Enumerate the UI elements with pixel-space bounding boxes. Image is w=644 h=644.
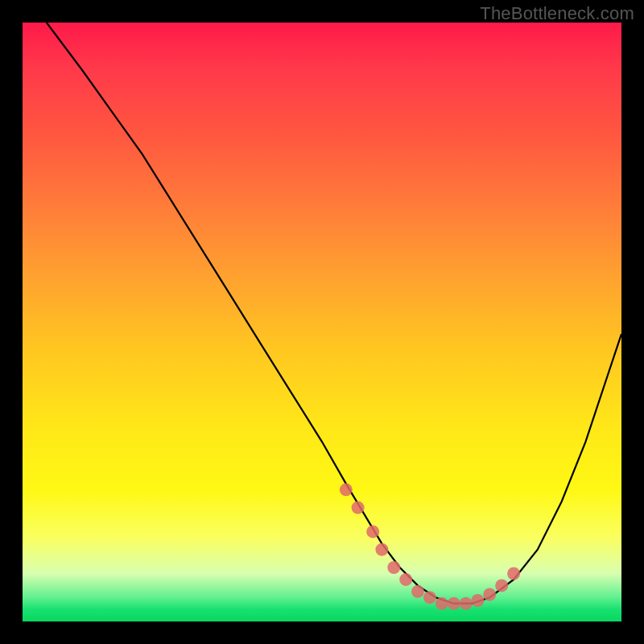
bottleneck-curve xyxy=(47,23,621,604)
marker-point xyxy=(423,591,436,604)
marker-point xyxy=(507,568,520,580)
marker-point xyxy=(448,597,460,610)
marker-point xyxy=(340,483,353,496)
marker-point xyxy=(460,597,473,610)
curve-layer xyxy=(47,23,621,604)
marker-point xyxy=(352,502,365,514)
marker-point xyxy=(366,525,379,538)
marker-layer xyxy=(340,483,520,609)
marker-point xyxy=(471,594,484,607)
chart-svg xyxy=(23,23,621,621)
marker-point xyxy=(436,597,448,610)
marker-point xyxy=(411,585,424,598)
watermark-text: TheBottleneck.com xyxy=(480,3,634,24)
marker-point xyxy=(387,561,400,574)
marker-point xyxy=(399,573,412,586)
marker-point xyxy=(495,579,508,592)
marker-point xyxy=(375,543,388,556)
outer-frame: TheBottleneck.com xyxy=(0,0,644,644)
marker-point xyxy=(483,588,496,601)
